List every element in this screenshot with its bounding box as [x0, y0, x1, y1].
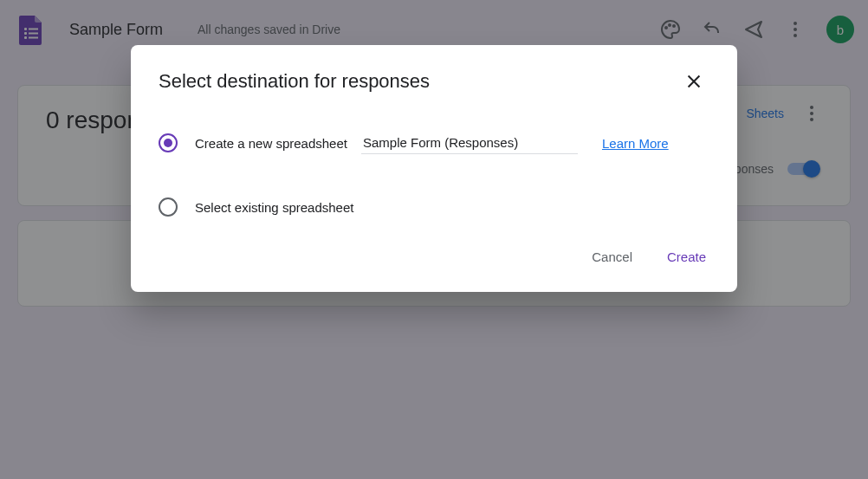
- radio-icon: [159, 133, 178, 152]
- close-icon[interactable]: [678, 66, 709, 97]
- option-existing-label: Select existing spreadsheet: [195, 200, 353, 215]
- radio-icon: [159, 197, 178, 217]
- response-destination-dialog: Select destination for responses Create …: [131, 45, 737, 292]
- dialog-title: Select destination for responses: [159, 70, 430, 93]
- spreadsheet-name-input[interactable]: [361, 132, 578, 154]
- learn-more-link[interactable]: Learn More: [602, 136, 669, 151]
- option-existing-spreadsheet[interactable]: Select existing spreadsheet: [159, 197, 709, 217]
- modal-overlay[interactable]: Select destination for responses Create …: [0, 0, 868, 479]
- option-new-spreadsheet[interactable]: Create a new spreadsheet Learn More: [159, 132, 709, 154]
- cancel-button[interactable]: Cancel: [588, 243, 636, 271]
- create-button[interactable]: Create: [664, 243, 709, 271]
- option-new-label: Create a new spreadsheet: [195, 136, 347, 151]
